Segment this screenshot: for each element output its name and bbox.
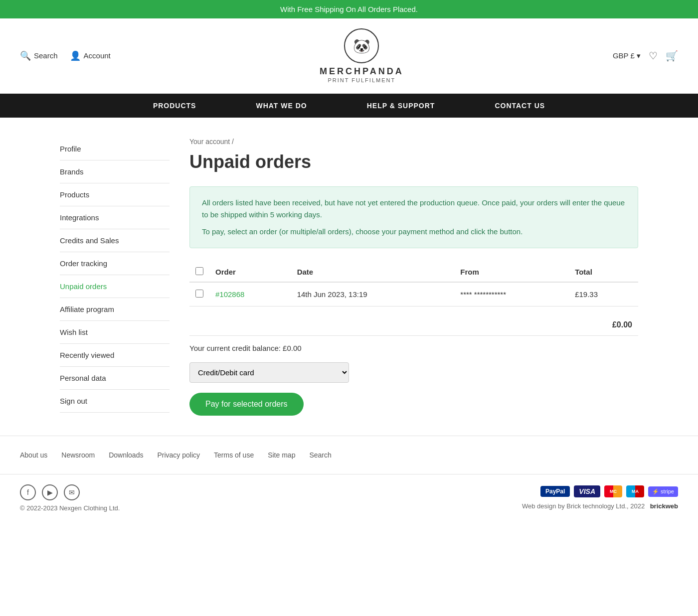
info-box: All orders listed have been received, bu… xyxy=(189,186,638,248)
wishlist-button[interactable]: ♡ xyxy=(649,50,658,62)
nav-what-we-do[interactable]: WHAT WE DO xyxy=(226,94,337,118)
search-label: Search xyxy=(34,51,58,60)
footer-link-about-us[interactable]: About us xyxy=(20,451,47,459)
sidebar-item-order-tracking[interactable]: Order tracking xyxy=(60,252,170,275)
header: 🔍 Search 👤 Account 🐼 MERCHPANDA PRINT FU… xyxy=(0,18,698,94)
order-col-header: Order xyxy=(209,262,291,282)
from-col-header: From xyxy=(454,262,569,282)
paypal-badge: PayPal xyxy=(540,486,570,497)
sidebar-item-integrations[interactable]: Integrations xyxy=(60,206,170,229)
select-all-checkbox[interactable] xyxy=(195,267,203,275)
footer-web-design: Web design by Brick technology Ltd., 202… xyxy=(522,501,678,510)
footer-link-site-map[interactable]: Site map xyxy=(268,451,295,459)
currency-chevron-icon: ▾ xyxy=(637,51,641,60)
grand-total-amount: £0.00 xyxy=(612,320,632,329)
order-from-cell: **** *********** xyxy=(454,282,569,307)
select-all-header xyxy=(189,262,209,282)
grand-total-row: £0.00 xyxy=(189,314,638,336)
sidebar-item-sign-out[interactable]: Sign out xyxy=(60,390,170,413)
table-header: Order Date From Total xyxy=(189,262,638,282)
total-col-header: Total xyxy=(569,262,638,282)
youtube-icon[interactable]: ▶ xyxy=(42,484,58,500)
search-icon: 🔍 xyxy=(20,50,31,61)
main-content: Your account / Unpaid orders All orders … xyxy=(189,138,638,416)
sidebar-item-personal-data[interactable]: Personal data xyxy=(60,367,170,390)
page-layout: Profile Brands Products Integrations Cre… xyxy=(50,118,648,436)
sidebar: Profile Brands Products Integrations Cre… xyxy=(60,138,170,416)
header-right: GBP £ ▾ ♡ 🛒 xyxy=(613,50,678,62)
footer-link-newsroom[interactable]: Newsroom xyxy=(61,451,95,459)
footer-social: f ▶ ✉ xyxy=(20,484,120,500)
brickweb-text: brickweb xyxy=(650,502,678,510)
sidebar-item-credits-and-sales[interactable]: Credits and Sales xyxy=(60,229,170,252)
table-row: #102868 14th Jun 2023, 13:19 **** ******… xyxy=(189,282,638,307)
pay-button-label: Pay for selected orders xyxy=(205,400,288,408)
account-icon: 👤 xyxy=(70,50,81,61)
web-design-text: Web design by Brick technology Ltd., 202… xyxy=(522,502,645,510)
currency-selector[interactable]: GBP £ ▾ xyxy=(613,51,641,60)
date-col-header: Date xyxy=(291,262,455,282)
header-left: 🔍 Search 👤 Account xyxy=(20,50,111,61)
breadcrumb-separator: / xyxy=(232,138,234,146)
footer-left: f ▶ ✉ © 2022-2023 Nexgen Clothing Ltd. xyxy=(20,484,120,512)
order-from: **** *********** xyxy=(460,290,506,299)
table-body: #102868 14th Jun 2023, 13:19 **** ******… xyxy=(189,282,638,307)
footer-link-search[interactable]: Search xyxy=(309,451,331,459)
banner-text: With Free Shipping On All Orders Placed. xyxy=(280,5,418,13)
brand-name: MERCHPANDA xyxy=(320,66,404,77)
account-button[interactable]: 👤 Account xyxy=(70,50,111,61)
footer-right: PayPal VISA MC MA ⚡ stripe Web design by… xyxy=(522,485,678,510)
info-line-2: To pay, select an order (or multiple/all… xyxy=(202,226,626,238)
mastercard-badge: MC xyxy=(604,485,622,497)
row-checkbox[interactable] xyxy=(195,290,203,298)
breadcrumb-parent[interactable]: Your account xyxy=(189,138,230,146)
page-title: Unpaid orders xyxy=(189,152,638,172)
footer-link-terms-of-use[interactable]: Terms of use xyxy=(214,451,254,459)
top-banner: With Free Shipping On All Orders Placed. xyxy=(0,0,698,18)
sidebar-item-recently-viewed[interactable]: Recently viewed xyxy=(60,344,170,367)
footer-links-bar: About us Newsroom Downloads Privacy poli… xyxy=(0,436,698,474)
account-label: Account xyxy=(84,51,111,60)
footer-link-privacy-policy[interactable]: Privacy policy xyxy=(157,451,200,459)
credit-balance-label: Your current credit balance: xyxy=(189,344,281,352)
email-icon[interactable]: ✉ xyxy=(64,484,80,500)
logo-icon: 🐼 xyxy=(344,28,379,63)
row-checkbox-cell xyxy=(189,282,209,307)
order-number-link[interactable]: #102868 xyxy=(215,290,244,299)
pay-selected-orders-button[interactable]: Pay for selected orders xyxy=(189,393,304,416)
order-date: 14th Jun 2023, 13:19 xyxy=(297,290,367,299)
header-center: 🐼 MERCHPANDA PRINT FULFILMENT xyxy=(320,28,404,83)
visa-badge: VISA xyxy=(574,485,600,497)
maestro-badge: MA xyxy=(626,485,644,497)
search-button[interactable]: 🔍 Search xyxy=(20,50,58,61)
stripe-badge: ⚡ stripe xyxy=(648,486,678,497)
sidebar-item-products[interactable]: Products xyxy=(60,183,170,206)
info-line-1: All orders listed have been received, bu… xyxy=(202,197,626,221)
cart-button[interactable]: 🛒 xyxy=(666,50,678,62)
footer-link-downloads[interactable]: Downloads xyxy=(109,451,143,459)
nav-products[interactable]: PRODUCTS xyxy=(123,94,226,118)
heart-icon: ♡ xyxy=(649,50,658,61)
sidebar-item-brands[interactable]: Brands xyxy=(60,160,170,183)
facebook-icon[interactable]: f xyxy=(20,484,36,500)
footer-bottom: f ▶ ✉ © 2022-2023 Nexgen Clothing Ltd. P… xyxy=(0,474,698,522)
order-number-cell: #102868 xyxy=(209,282,291,307)
payment-icons: PayPal VISA MC MA ⚡ stripe xyxy=(540,485,678,497)
footer-copyright: © 2022-2023 Nexgen Clothing Ltd. xyxy=(20,504,120,512)
credit-balance-amount: £0.00 xyxy=(283,344,302,352)
sidebar-item-affiliate-program[interactable]: Affiliate program xyxy=(60,298,170,321)
sidebar-item-profile[interactable]: Profile xyxy=(60,138,170,160)
breadcrumb: Your account / xyxy=(189,138,638,146)
nav-contact-us[interactable]: CONTACT US xyxy=(465,94,575,118)
cart-icon: 🛒 xyxy=(666,50,678,61)
main-nav: PRODUCTS WHAT WE DO HELP & SUPPORT CONTA… xyxy=(0,94,698,118)
order-total: £19.33 xyxy=(575,290,598,299)
nav-help-support[interactable]: HELP & SUPPORT xyxy=(337,94,465,118)
credit-balance: Your current credit balance: £0.00 xyxy=(189,344,638,352)
sidebar-item-wish-list[interactable]: Wish list xyxy=(60,321,170,344)
payment-method-select[interactable]: Credit/Debit card PayPal Bank Transfer xyxy=(189,362,349,383)
order-date-cell: 14th Jun 2023, 13:19 xyxy=(291,282,455,307)
orders-table: Order Date From Total #102868 14th Jun 2… xyxy=(189,262,638,307)
brand-sub: PRINT FULFILMENT xyxy=(320,77,404,83)
sidebar-item-unpaid-orders[interactable]: Unpaid orders xyxy=(60,275,170,298)
